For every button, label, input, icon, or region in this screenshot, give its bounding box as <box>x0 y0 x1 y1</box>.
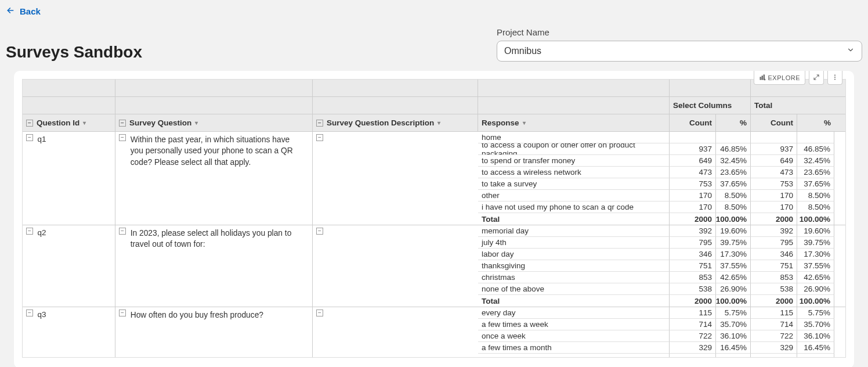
table-row: once a week72236.10%72236.10% <box>478 330 845 342</box>
response-cell: thanksgiving <box>478 260 670 272</box>
back-label: Back <box>20 6 41 16</box>
col-total-pct[interactable]: % <box>797 114 834 131</box>
response-cell: labor day <box>478 249 670 260</box>
select-pct-cell: 39.75% <box>716 237 751 249</box>
table-row: a few times a week71435.70%71435.70% <box>478 319 845 330</box>
select-pct-cell: 8.50% <box>716 202 751 213</box>
project-name-label: Project Name <box>497 27 862 37</box>
response-cell: every day <box>478 307 670 319</box>
collapse-icon[interactable]: − <box>119 134 126 141</box>
select-count-cell: 392 <box>670 225 716 237</box>
total-count-cell: 722 <box>751 330 797 342</box>
col-select-pct[interactable]: % <box>716 114 751 131</box>
total-pct-cell: 17.30% <box>797 249 834 260</box>
select-count-cell: 170 <box>670 202 716 213</box>
project-select[interactable]: Omnibus <box>497 41 862 62</box>
select-pct-cell: 100.00% <box>716 295 751 307</box>
select-count-cell: 2000 <box>670 295 716 307</box>
select-count-cell: 115 <box>670 307 716 319</box>
total-count-cell: 538 <box>751 283 797 295</box>
sort-icon: ▾ <box>83 120 86 126</box>
total-pct-cell: 35.70% <box>797 319 834 330</box>
question-text-cell: − Within the past year, in which situati… <box>115 132 313 225</box>
select-count-cell: 170 <box>670 190 716 202</box>
select-count-cell: 853 <box>670 272 716 283</box>
expand-button[interactable] <box>809 71 824 85</box>
collapse-icon[interactable]: − <box>119 120 126 127</box>
svg-point-4 <box>834 74 836 75</box>
response-cell: to access a wireless network <box>478 167 670 178</box>
response-cell: christmas <box>478 272 670 283</box>
response-cell: to access a coupon or other offer on pro… <box>478 143 670 155</box>
more-menu-button[interactable] <box>827 71 842 85</box>
select-count-cell: 2000 <box>670 213 716 225</box>
select-count-cell: 795 <box>670 237 716 249</box>
select-pct-cell: 5.75% <box>716 307 751 319</box>
collapse-icon[interactable]: − <box>316 120 323 127</box>
response-cell: a few times a week <box>478 319 670 330</box>
total-pct-cell: 23.65% <box>797 167 834 178</box>
col-group-select-columns: Select Columns <box>670 97 751 114</box>
response-cell: to spend or transfer money <box>478 155 670 167</box>
table-row: i have not used my phone to scan a qr co… <box>478 202 845 213</box>
expand-icon <box>813 74 820 82</box>
col-total-count[interactable]: Count <box>751 114 797 131</box>
total-count-cell: 170 <box>751 190 797 202</box>
collapse-icon[interactable]: − <box>26 228 33 235</box>
select-pct-cell: 100.00% <box>716 213 751 225</box>
select-pct-cell: 37.55% <box>716 260 751 272</box>
total-pct-cell: 32.45% <box>797 155 834 167</box>
total-pct-cell: 8.50% <box>797 190 834 202</box>
svg-rect-0 <box>760 77 761 80</box>
col-select-count[interactable]: Count <box>670 114 716 131</box>
sort-icon: ▾ <box>195 120 198 126</box>
col-survey-question[interactable]: − Survey Question ▾ <box>115 114 313 131</box>
total-count-cell: 937 <box>751 143 797 155</box>
total-pct-cell: 100.00% <box>797 213 834 225</box>
svg-point-6 <box>834 78 836 80</box>
table-row: none of the above53826.90%53826.90% <box>478 283 845 295</box>
total-count-cell: 2000 <box>751 213 797 225</box>
total-pct-cell: 100.00% <box>797 295 834 307</box>
table-row: christmas85342.65%85342.65% <box>478 272 845 283</box>
select-count-cell: 346 <box>670 249 716 260</box>
total-count-cell: 714 <box>751 319 797 330</box>
question-block: − q3− How often do you buy fresh produce… <box>23 307 845 358</box>
collapse-icon[interactable]: − <box>26 310 33 316</box>
select-count-cell: 329 <box>670 342 716 354</box>
table-row: other1708.50%1708.50% <box>478 190 845 202</box>
sort-icon: ▾ <box>523 120 526 126</box>
total-count-cell: 81 <box>751 354 797 358</box>
select-count-cell: 473 <box>670 167 716 178</box>
collapse-icon[interactable]: − <box>316 310 323 316</box>
back-link[interactable]: Back <box>6 6 41 17</box>
explore-button[interactable]: EXPLORE <box>754 71 805 85</box>
table-row: thanksgiving75137.55%75137.55% <box>478 260 845 272</box>
total-pct-cell: 46.85% <box>797 143 834 155</box>
select-count-cell: 937 <box>670 143 716 155</box>
select-pct-cell: 37.65% <box>716 178 751 190</box>
collapse-icon[interactable]: − <box>316 228 323 235</box>
col-question-id[interactable]: − Question Id ▾ <box>23 114 115 131</box>
total-pct-cell: 37.55% <box>797 260 834 272</box>
collapse-icon[interactable]: − <box>316 134 323 141</box>
table-row: july 4th79539.75%79539.75% <box>478 237 845 249</box>
select-pct-cell: 19.60% <box>716 225 751 237</box>
collapse-icon[interactable]: − <box>119 310 126 316</box>
total-pct-cell: 16.45% <box>797 342 834 354</box>
collapse-icon[interactable]: − <box>26 120 33 127</box>
total-count-cell: 853 <box>751 272 797 283</box>
collapse-icon[interactable]: − <box>26 134 33 141</box>
select-pct-cell: 36.10% <box>716 330 751 342</box>
col-survey-question-description[interactable]: − Survey Question Description ▾ <box>313 114 478 131</box>
response-cell: a few times a month <box>478 342 670 354</box>
total-pct-cell: 8.50% <box>797 202 834 213</box>
col-group-total: Total <box>751 97 834 114</box>
select-pct-cell: 23.65% <box>716 167 751 178</box>
total-pct-cell <box>797 132 834 143</box>
total-pct-cell: 42.65% <box>797 272 834 283</box>
collapse-icon[interactable]: − <box>119 228 126 235</box>
response-cell: memorial day <box>478 225 670 237</box>
col-response[interactable]: Response ▾ <box>478 114 670 131</box>
total-pct-cell: 36.10% <box>797 330 834 342</box>
